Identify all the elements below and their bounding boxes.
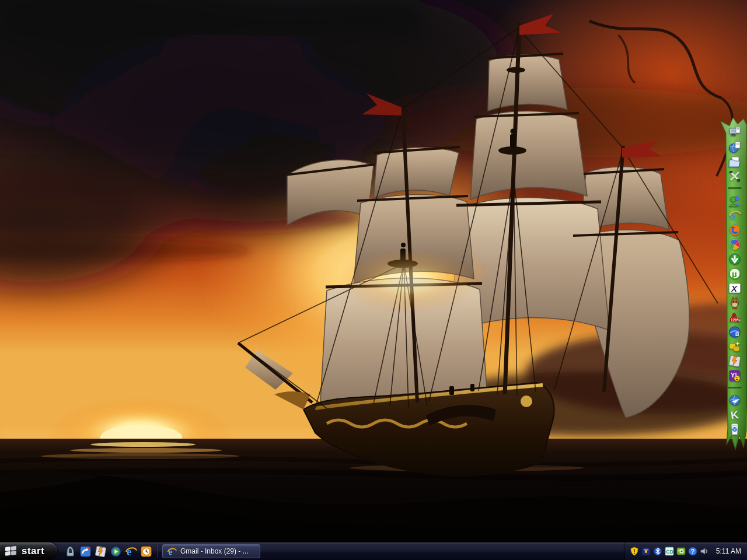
folder-documents-icon[interactable] bbox=[728, 155, 741, 168]
dock-divider bbox=[728, 387, 742, 389]
nvidia-icon[interactable] bbox=[676, 547, 686, 556]
internet-explorer-icon[interactable]: e bbox=[125, 545, 137, 558]
svg-text:120%: 120% bbox=[731, 318, 741, 322]
firefox-icon[interactable] bbox=[728, 223, 741, 236]
help-icon[interactable]: ? bbox=[688, 547, 697, 556]
bluetooth-icon[interactable] bbox=[653, 547, 662, 556]
user-accounts-icon[interactable] bbox=[728, 194, 741, 207]
desktop[interactable]: e µ bbox=[0, 0, 747, 542]
svg-text:e: e bbox=[730, 209, 735, 222]
clock-app-icon[interactable] bbox=[140, 545, 152, 558]
taskbar-separator bbox=[158, 545, 158, 558]
messenger-icon[interactable] bbox=[79, 545, 92, 558]
alcohol-120-icon[interactable]: A 120% bbox=[728, 311, 741, 324]
volume-icon[interactable] bbox=[700, 547, 709, 556]
svg-text:µ: µ bbox=[732, 269, 737, 279]
winamp-icon[interactable] bbox=[95, 545, 107, 558]
svg-text:B: B bbox=[735, 331, 739, 337]
svg-text:e: e bbox=[168, 547, 172, 556]
app-dock: e µ bbox=[720, 117, 747, 454]
k-codec-icon[interactable]: K bbox=[728, 408, 741, 421]
window-button-label: Gmail - Inbox (29) - ... bbox=[180, 547, 249, 555]
taskbar: start e bbox=[0, 542, 747, 560]
svg-text:e: e bbox=[127, 545, 131, 558]
recycle-cup-icon[interactable] bbox=[728, 423, 741, 436]
download-arrow-icon[interactable] bbox=[728, 253, 741, 265]
yahoo-messenger-icon[interactable]: Y! bbox=[728, 369, 741, 382]
taskbar-window-gmail[interactable]: e Gmail - Inbox (29) - ... bbox=[162, 544, 260, 558]
yellow-keys-icon[interactable] bbox=[728, 340, 741, 353]
picasa-icon[interactable] bbox=[728, 238, 741, 251]
crossed-tools-icon[interactable] bbox=[728, 170, 741, 183]
windows-flag-icon bbox=[5, 545, 18, 557]
start-label: start bbox=[22, 545, 44, 557]
bsplayer-globe-icon[interactable]: B bbox=[728, 326, 741, 338]
svg-text:K: K bbox=[730, 408, 740, 421]
hooded-figure-icon[interactable] bbox=[64, 545, 76, 558]
quick-launch: e bbox=[64, 545, 152, 558]
utorrent-icon[interactable]: µ bbox=[728, 267, 741, 280]
emule-donkey-icon[interactable] bbox=[728, 296, 741, 309]
internet-explorer-icon: e bbox=[167, 547, 177, 556]
media-player-icon[interactable] bbox=[110, 545, 122, 558]
svg-text:?: ? bbox=[691, 548, 694, 555]
globe-tools-icon[interactable] bbox=[728, 394, 741, 407]
winamp-icon[interactable] bbox=[728, 355, 741, 368]
dock-divider bbox=[728, 187, 742, 190]
svg-text:CD: CD bbox=[666, 549, 673, 555]
wireless-signal-icon[interactable] bbox=[641, 547, 651, 556]
internet-explorer-icon[interactable]: e bbox=[728, 209, 741, 222]
computer-documents-icon[interactable] bbox=[728, 126, 741, 139]
security-shield-icon[interactable] bbox=[630, 547, 639, 556]
xfire-icon[interactable]: X bbox=[728, 282, 741, 295]
globe-documents-icon[interactable] bbox=[728, 141, 741, 153]
start-button[interactable]: start bbox=[0, 542, 57, 560]
tray-clock[interactable]: 5:11 AM bbox=[716, 547, 741, 555]
svg-text:X: X bbox=[731, 284, 738, 293]
wallpaper-art bbox=[0, 0, 747, 542]
cd-player-icon[interactable]: CD bbox=[665, 547, 674, 556]
system-tray: CD ? 5:11 AM bbox=[625, 542, 747, 560]
